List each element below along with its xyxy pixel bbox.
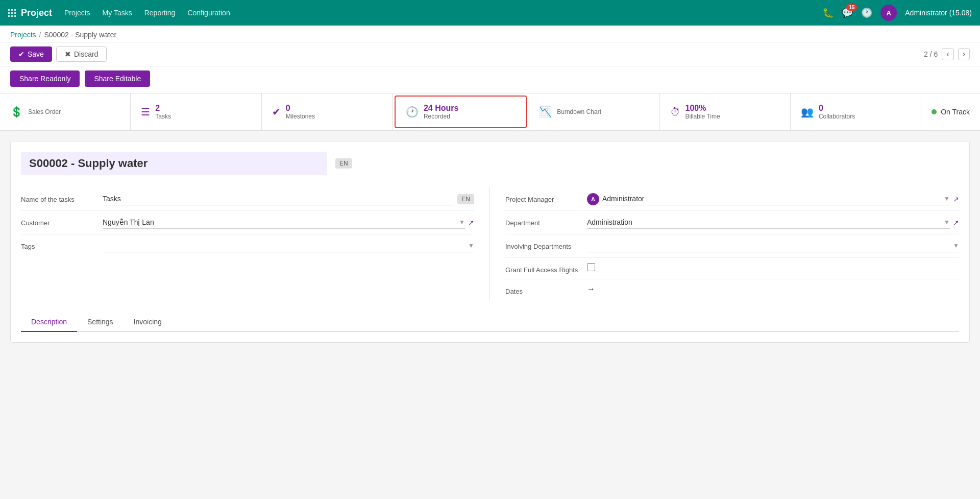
department-external-link-icon[interactable]: ↗ xyxy=(953,219,959,227)
tab-invoicing[interactable]: Invoicing xyxy=(124,313,172,332)
label-tags: Tags xyxy=(21,240,103,250)
stats-bar: 💲 Sales Order ☰ 2 Tasks ✔ 0 Milestones 🕐… xyxy=(0,93,980,131)
people-icon: 👥 xyxy=(801,106,814,118)
field-project-manager: Project Manager A ▼ ↗ xyxy=(505,187,959,211)
label-name-of-tasks: Name of the tasks xyxy=(21,193,103,203)
stat-billable-time[interactable]: ⏱ 100% Billable Time xyxy=(660,93,791,130)
stat-milestones-value: 0 xyxy=(286,104,315,113)
stat-on-track[interactable]: On Track xyxy=(921,93,980,130)
value-name-of-tasks: EN xyxy=(103,193,474,205)
main-content: EN Name of the tasks EN Cus xyxy=(0,131,980,487)
label-grant-access: Grant Full Access Rights xyxy=(505,263,587,274)
project-title-input[interactable] xyxy=(21,152,327,175)
next-button[interactable]: › xyxy=(958,48,970,60)
tags-input[interactable] xyxy=(103,242,466,250)
department-caret-icon: ▼ xyxy=(944,219,950,226)
value-customer: ▼ ↗ xyxy=(103,216,474,229)
nav-reporting[interactable]: Reporting xyxy=(144,9,176,17)
tasks-lang-badge[interactable]: EN xyxy=(457,194,474,204)
lang-badge[interactable]: EN xyxy=(335,158,352,169)
prev-button[interactable]: ‹ xyxy=(942,48,953,60)
avatar[interactable]: A xyxy=(880,5,897,21)
topnav-right: 🐛 💬 15 🕐 A Administrator (15.08) xyxy=(822,5,972,21)
save-button[interactable]: ✔ Save xyxy=(10,46,52,62)
check-circle-icon: ✔ xyxy=(272,106,281,118)
pagination: 2 / 6 ‹ › xyxy=(924,48,970,60)
field-involving-departments: Involving Departments ▼ xyxy=(505,234,959,258)
stat-burndown-label: Burndown Chart xyxy=(557,108,601,115)
tasks-icon: ☰ xyxy=(141,106,150,118)
label-involving-departments: Involving Departments xyxy=(505,240,587,250)
dollar-icon: 💲 xyxy=(10,106,23,118)
stat-milestones[interactable]: ✔ 0 Milestones xyxy=(262,93,393,130)
nav-my-tasks[interactable]: My Tasks xyxy=(103,9,132,17)
manager-external-link-icon[interactable]: ↗ xyxy=(953,195,959,203)
grid-icon xyxy=(8,9,16,17)
breadcrumb-separator: / xyxy=(39,31,41,39)
stat-hours-recorded[interactable]: 🕐 24 Hours Recorded xyxy=(395,96,527,128)
brand-name: Project xyxy=(21,8,52,18)
brand[interactable]: Project xyxy=(8,8,52,18)
share-readonly-button[interactable]: Share Readonly xyxy=(10,70,80,87)
topnav-links: Projects My Tasks Reporting Configuratio… xyxy=(64,9,810,17)
chart-icon: 📉 xyxy=(539,106,552,118)
involving-departments-input[interactable] xyxy=(587,242,951,250)
stat-tasks-label: Tasks xyxy=(155,113,171,120)
involving-dept-caret-icon: ▼ xyxy=(953,242,959,249)
dates-arrow-icon: → xyxy=(587,284,595,294)
customer-input[interactable] xyxy=(103,218,457,226)
value-project-manager: A ▼ ↗ xyxy=(587,193,959,205)
form-right: Project Manager A ▼ ↗ Department xyxy=(490,187,959,300)
stat-collaborators-label: Collaborators xyxy=(819,113,855,120)
nav-projects[interactable]: Projects xyxy=(64,9,90,17)
value-involving-departments: ▼ xyxy=(587,240,959,252)
grant-access-checkbox[interactable] xyxy=(587,263,595,271)
project-title-row: EN xyxy=(21,152,959,175)
department-input[interactable] xyxy=(587,218,942,226)
action-bar: ✔ Save ✖ Discard 2 / 6 ‹ › xyxy=(0,42,980,66)
green-dot-icon xyxy=(932,109,937,114)
stat-tasks[interactable]: ☰ 2 Tasks xyxy=(131,93,261,130)
stat-sales-order[interactable]: 💲 Sales Order xyxy=(0,93,131,130)
stat-hours-value: 24 Hours xyxy=(424,104,458,113)
field-tags: Tags ▼ xyxy=(21,234,474,257)
stat-on-track-label: On Track xyxy=(941,108,970,116)
field-customer: Customer ▼ ↗ xyxy=(21,211,474,234)
bug-icon[interactable]: 🐛 xyxy=(822,7,834,18)
stat-burndown[interactable]: 📉 Burndown Chart xyxy=(529,93,659,130)
field-dates: Dates → xyxy=(505,279,959,300)
clock-icon: 🕐 xyxy=(406,106,419,118)
label-department: Department xyxy=(505,216,587,227)
tasks-input[interactable] xyxy=(103,195,454,203)
label-customer: Customer xyxy=(21,216,103,227)
project-manager-input[interactable] xyxy=(602,195,942,203)
tags-caret-icon: ▼ xyxy=(468,242,474,249)
stat-collaborators[interactable]: 👥 0 Collaborators xyxy=(791,93,921,130)
value-tags: ▼ xyxy=(103,240,474,252)
messages-badge[interactable]: 💬 15 xyxy=(842,7,853,18)
clock-icon[interactable]: 🕐 xyxy=(861,7,872,18)
nav-configuration[interactable]: Configuration xyxy=(187,9,230,17)
form-left: Name of the tasks EN Customer ▼ xyxy=(21,187,490,300)
share-bar: Share Readonly Share Editable xyxy=(0,66,980,93)
form-card: EN Name of the tasks EN Cus xyxy=(10,141,970,343)
breadcrumb: Projects / S00002 - Supply water xyxy=(0,26,980,42)
stat-hours-label: Recorded xyxy=(424,113,458,120)
form-grid: Name of the tasks EN Customer ▼ xyxy=(21,187,959,300)
tab-description[interactable]: Description xyxy=(21,313,77,332)
pagination-text: 2 / 6 xyxy=(924,50,938,58)
field-grant-access: Grant Full Access Rights xyxy=(505,258,959,279)
breadcrumb-parent[interactable]: Projects xyxy=(10,31,36,39)
stat-sales-order-label: Sales Order xyxy=(28,108,61,115)
discard-button[interactable]: ✖ Discard xyxy=(56,46,107,62)
breadcrumb-current: S00002 - Supply water xyxy=(44,31,116,39)
customer-external-link-icon[interactable]: ↗ xyxy=(468,219,474,227)
value-grant-access xyxy=(587,263,959,271)
label-project-manager: Project Manager xyxy=(505,193,587,203)
tab-settings[interactable]: Settings xyxy=(77,313,124,332)
share-editable-button[interactable]: Share Editable xyxy=(85,70,150,87)
manager-caret-icon: ▼ xyxy=(944,195,950,202)
value-department: ▼ ↗ xyxy=(587,216,959,229)
stat-milestones-label: Milestones xyxy=(286,113,315,120)
username[interactable]: Administrator (15.08) xyxy=(905,9,972,17)
